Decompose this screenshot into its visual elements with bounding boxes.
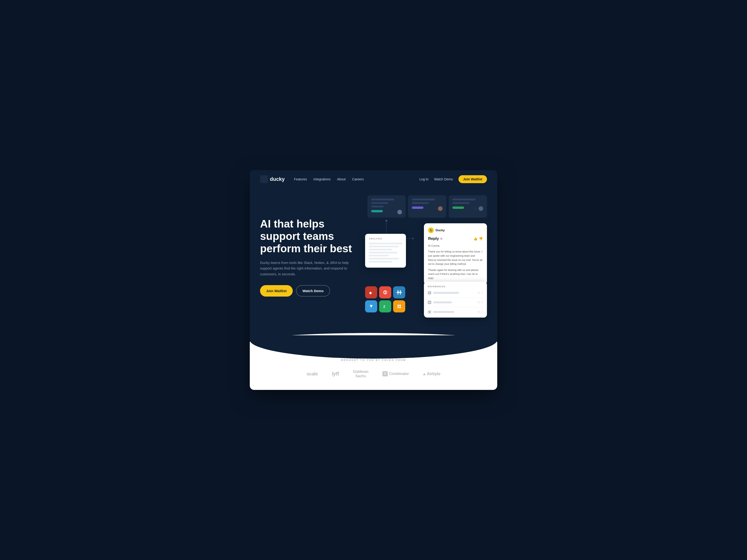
join-waitlist-nav-button[interactable]: Join Waitlist xyxy=(459,175,487,183)
references-title: REFERENCES xyxy=(428,285,483,288)
expand-icon[interactable]: ⊡ xyxy=(478,301,480,304)
reply-thumbs: 👍 👎 xyxy=(473,237,483,241)
reply-title-row: Reply ⧉ 👍 👎 xyxy=(428,236,483,241)
reply-brand-label: Ducky xyxy=(436,229,445,232)
logo-text: ducky xyxy=(270,176,285,182)
ref-icon-3 xyxy=(428,310,431,314)
reference-item-1: ⊡ ⤢ xyxy=(428,291,483,298)
ref-actions: ⊡ ⤢ xyxy=(478,301,483,304)
svg-rect-19 xyxy=(396,303,402,310)
airbyte-logo: ⟁ Airbyte xyxy=(423,371,440,376)
brought-section: BROUGHT TO YOU BY FOLKS FROM scale lyft … xyxy=(250,347,497,390)
ducky-avatar: 🦆 xyxy=(428,228,434,233)
hero-buttons: Join Waitlist Watch Demo xyxy=(260,285,354,297)
ref-icon-1 xyxy=(428,291,431,295)
tc-dots: ··· xyxy=(433,207,437,210)
tc-line xyxy=(371,206,384,208)
external-link-icon[interactable]: ⤢ xyxy=(481,301,483,304)
svg-rect-0 xyxy=(260,175,268,183)
svg-point-24 xyxy=(428,292,431,294)
ycombinator-logo: Y Combinator xyxy=(382,371,409,376)
expand-icon[interactable]: ⊡ xyxy=(478,310,480,313)
tc-line xyxy=(412,198,435,201)
thumbs-up-icon[interactable]: 👍 xyxy=(473,237,478,241)
yc-badge: Y xyxy=(382,371,388,376)
reference-item-3: ⊡ ⤢ xyxy=(428,310,483,314)
references-card: REFERENCES ⊡ ⤢ xyxy=(424,282,487,318)
logo[interactable]: 🦆 ducky xyxy=(260,175,285,183)
watch-demo-nav-button[interactable]: Watch Demo xyxy=(434,177,453,181)
thumbs-down-icon[interactable]: 👎 xyxy=(479,237,483,241)
ref-actions: ⊡ ⤢ xyxy=(478,291,483,294)
hero-section: AI that helps support teams perform thei… xyxy=(250,188,497,333)
integration-icon-slack xyxy=(393,286,405,298)
analysis-line xyxy=(369,246,399,247)
scale-logo: scale xyxy=(307,371,318,377)
browser-window: 🦆 ducky Features Integrations About Care… xyxy=(250,170,497,390)
nav-link-about[interactable]: About xyxy=(337,177,346,181)
integrations-grid: ◆ xyxy=(365,286,405,313)
tc-dots: ··· xyxy=(473,207,477,210)
reference-item-2: ⊡ ⤢ xyxy=(428,300,483,307)
svg-text:Z: Z xyxy=(383,305,385,309)
nav-link-integrations[interactable]: Integrations xyxy=(313,177,331,181)
expand-icon[interactable]: ⊡ xyxy=(478,291,480,294)
tc-footer: ··· xyxy=(371,210,402,214)
tc-line xyxy=(371,202,388,204)
tc-footer: ··· xyxy=(412,206,443,211)
goldman-logo: GoldmanSachs xyxy=(353,369,368,378)
analysis-line xyxy=(369,249,392,250)
yc-label: Combinator xyxy=(389,372,409,376)
ducky-logo-icon: 🦆 xyxy=(260,175,268,183)
brought-title: BROUGHT TO YOU BY FOLKS FROM xyxy=(260,358,487,362)
svg-point-4 xyxy=(385,220,387,222)
integration-icon-notion xyxy=(379,286,391,298)
navbar: 🦆 ducky Features Integrations About Care… xyxy=(250,170,497,188)
lyft-logo: lyft xyxy=(332,371,339,377)
analysis-line xyxy=(369,258,399,260)
analysis-line xyxy=(369,243,402,244)
svg-rect-21 xyxy=(400,305,401,306)
tc-tag xyxy=(453,207,464,209)
ticket-card-2: ··· xyxy=(408,195,446,218)
ref-icon-2 xyxy=(428,300,431,304)
svg-point-5 xyxy=(412,238,413,239)
airbyte-label: Airbyte xyxy=(427,371,440,376)
ref-left xyxy=(428,300,452,304)
external-link-icon[interactable]: ⤢ xyxy=(481,291,483,294)
tc-footer: ··· xyxy=(453,206,483,211)
reply-text: Hi Connie, Thank you for letting us know… xyxy=(428,244,483,281)
hero-right-mockup: ··· ··· xyxy=(360,195,487,319)
tc-tag xyxy=(412,207,423,209)
nav-link-careers[interactable]: Careers xyxy=(352,177,364,181)
tc-tag xyxy=(371,210,383,212)
join-waitlist-hero-button[interactable]: Join Waitlist xyxy=(260,285,293,297)
tc-line xyxy=(371,198,394,201)
tc-dots: ··· xyxy=(392,211,396,214)
hero-description: Ducky learns from tools like Slack, Noti… xyxy=(260,260,354,277)
hero-left: AI that helps support teams perform thei… xyxy=(260,218,354,297)
external-link-icon[interactable]: ⤢ xyxy=(481,310,483,313)
copy-icon[interactable]: ⧉ xyxy=(440,237,442,240)
login-button[interactable]: Log In xyxy=(419,177,429,181)
svg-rect-23 xyxy=(400,306,401,308)
nav-link-features[interactable]: Features xyxy=(294,177,307,181)
tc-line xyxy=(412,202,429,204)
reply-header: 🦆 Ducky xyxy=(428,228,483,233)
brought-inner: BROUGHT TO YOU BY FOLKS FROM scale lyft … xyxy=(260,358,487,378)
tc-line xyxy=(453,202,469,204)
ref-bar xyxy=(433,292,459,294)
ticket-card-1: ··· xyxy=(367,195,406,218)
integration-icon-other xyxy=(393,300,405,313)
ticket-cards-row: ··· ··· xyxy=(367,195,487,218)
analysis-line xyxy=(369,252,397,254)
nav-right: Log In Watch Demo Join Waitlist xyxy=(419,175,487,183)
svg-rect-25 xyxy=(428,301,431,303)
integration-icon-zendesk: Z xyxy=(379,300,391,313)
svg-rect-22 xyxy=(397,306,399,308)
svg-text:◆: ◆ xyxy=(369,291,372,295)
watch-demo-hero-button[interactable]: Watch Demo xyxy=(296,285,330,297)
nav-links: Features Integrations About Careers xyxy=(294,177,419,181)
analysis-line xyxy=(369,261,392,263)
reply-card: 🦆 Ducky Reply ⧉ 👍 👎 Hi Connie, Thank yo xyxy=(424,223,487,285)
